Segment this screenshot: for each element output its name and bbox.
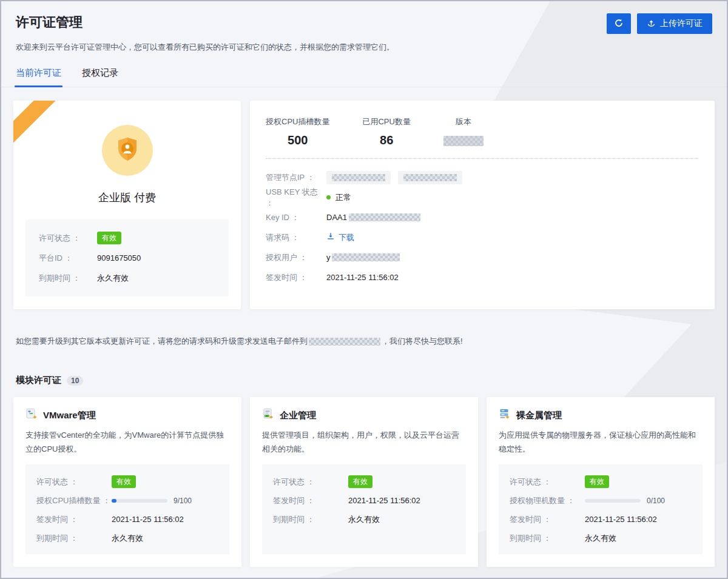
module-status-row: 许可状态 ： 有效 <box>36 472 218 491</box>
upload-license-button[interactable]: 上传许可证 <box>637 13 712 34</box>
divider <box>266 158 698 159</box>
module-expiry-row: 到期时间 ： 永久有效 <box>36 529 218 547</box>
row-label: USB KEY 状态 ： <box>266 187 326 209</box>
row-label: 到期时间 ： <box>510 533 585 544</box>
module-name: 企业管理 <box>280 410 316 421</box>
usb-key-status-row: USB KEY 状态 ： 正常 <box>266 187 698 207</box>
download-icon <box>326 232 335 243</box>
status-badge: 有效 <box>97 232 121 244</box>
module-status-row: 许可状态 ： 有效 <box>510 472 692 491</box>
platform-id-row: 平台ID ： 9091675050 <box>39 248 215 268</box>
quota-progress-fill <box>112 499 116 503</box>
status-dot-icon <box>326 195 331 199</box>
license-edition: 企业版 付费 <box>13 190 241 205</box>
module-issue-time-row: 签发时间 ： 2021-11-25 11:56:02 <box>273 491 455 510</box>
stat-value: 86 <box>362 133 410 147</box>
module-info-box: 许可状态 ： 有效 授权物理机数量 ： 0/100 签发时间 ： 2021-11… <box>499 464 703 554</box>
row-label: 管理节点IP ： <box>266 172 326 183</box>
module-card-baremetal: 裸金属管理 为应用提供专属的物理服务器，保证核心应用的高性能和稳定性。 许可状态… <box>487 397 715 567</box>
vmware-module-icon <box>25 408 38 423</box>
row-label: 请求码 ： <box>266 232 326 243</box>
license-info-box: 许可状态 ： 有效 平台ID ： 9091675050 到期时间 ： 永久有效 <box>25 219 229 296</box>
shield-user-icon <box>113 135 142 166</box>
quota-ratio: 9/100 <box>174 497 192 505</box>
key-id-row: Key ID ： DAA1 <box>266 207 698 227</box>
page-title: 许可证管理 <box>16 13 83 32</box>
module-info-box: 许可状态 ： 有效 签发时间 ： 2021-11-25 11:56:02 到期时… <box>262 464 466 554</box>
status-badge: 有效 <box>112 475 136 488</box>
page-header: 许可证管理 <box>1 1 727 53</box>
stat-used-cpu: 已用CPU数量 86 <box>362 116 410 147</box>
stat-cpu-sockets: 授权CPU插槽数量 500 <box>266 116 329 147</box>
masked-version <box>443 136 484 146</box>
row-label: 到期时间 ： <box>39 273 97 284</box>
module-name: 裸金属管理 <box>516 410 562 421</box>
module-description: 支持接管vCenter的全功能，为VMware的计算节点提供独立的CPU授权。 <box>25 429 229 457</box>
authorized-user-row: 授权用户 ： y <box>266 247 698 267</box>
stat-label: 版本 <box>443 116 484 127</box>
corner-ribbon <box>13 101 86 173</box>
module-card-vmware: VMware管理 支持接管vCenter的全功能，为VMware的计算节点提供独… <box>13 397 241 567</box>
baremetal-module-icon <box>499 408 511 423</box>
module-issue-time-row: 签发时间 ： 2021-11-25 11:56:02 <box>510 510 692 529</box>
platform-id-value: 9091675050 <box>97 253 141 263</box>
row-label: 许可状态 ： <box>510 477 585 487</box>
row-label: 授权用户 ： <box>266 252 326 263</box>
download-link-label: 下载 <box>339 232 354 243</box>
expiry-value: 永久有效 <box>348 514 380 525</box>
license-status-row: 许可状态 ： 有效 <box>39 228 215 248</box>
upgrade-notice: 如您需要升级到其它版本或更新许可证，请将您的请求码和升级需求发送电子邮件到，我们… <box>16 336 712 347</box>
page-subtitle: 欢迎来到云平台许可证管理中心，您可以查看所有已购买的许可证和它们的状态，并根据您… <box>16 42 712 53</box>
tab-bar: 当前许可证 授权记录 <box>1 67 727 87</box>
masked-value <box>332 253 400 261</box>
license-detail-card: 授权CPU插槽数量 500 已用CPU数量 86 版本 管理节点IP <box>250 101 715 309</box>
license-stats: 授权CPU插槽数量 500 已用CPU数量 86 版本 <box>266 116 698 147</box>
row-label: 签发时间 ： <box>510 514 585 525</box>
stat-label: 已用CPU数量 <box>362 116 410 127</box>
quota-ratio: 0/100 <box>647 497 665 505</box>
masked-ip-1 <box>326 171 391 184</box>
upload-icon <box>647 18 656 29</box>
quota-progress-bar <box>585 499 641 503</box>
masked-email <box>309 338 380 346</box>
module-description: 为应用提供专属的物理服务器，保证核心应用的高性能和稳定性。 <box>499 429 703 457</box>
notice-text-after: ，我们将尽快与您联系! <box>382 336 463 346</box>
row-label: 到期时间 ： <box>273 514 348 525</box>
module-status-row: 许可状态 ： 有效 <box>273 472 455 491</box>
expiry-value: 永久有效 <box>97 273 129 284</box>
user-prefix: y <box>326 253 331 262</box>
expiry-value: 永久有效 <box>585 533 616 544</box>
issue-time-value: 2021-11-25 11:56:02 <box>348 496 420 505</box>
row-label: 到期时间 ： <box>36 533 112 544</box>
key-id-prefix: DAA1 <box>326 213 347 222</box>
request-code-row: 请求码 ： 下载 <box>266 227 698 247</box>
refresh-icon <box>614 18 624 30</box>
row-label: 授权物理机数量 ： <box>510 495 585 506</box>
refresh-button[interactable] <box>607 13 631 34</box>
issue-time-value: 2021-11-25 11:56:02 <box>326 273 399 282</box>
row-label: 签发时间 ： <box>36 514 112 525</box>
usb-key-status-value: 正常 <box>335 192 351 203</box>
expiry-row: 到期时间 ： 永久有效 <box>39 268 215 288</box>
module-licenses-header: 模块许可证 10 <box>16 375 712 386</box>
module-info-box: 许可状态 ： 有效 授权CPU插槽数量 ： 9/100 签发时间 ： 2021-… <box>25 464 229 554</box>
status-badge: 有效 <box>585 475 609 488</box>
tab-authorization-records[interactable]: 授权记录 <box>82 67 118 87</box>
header-actions: 上传许可证 <box>607 13 712 34</box>
upload-button-label: 上传许可证 <box>660 18 703 29</box>
tab-current-licenses[interactable]: 当前许可证 <box>16 67 61 87</box>
issue-time-value: 2021-11-25 11:56:02 <box>112 515 184 524</box>
module-issue-time-row: 签发时间 ： 2021-11-25 11:56:02 <box>36 510 218 529</box>
license-management-page: 许可证管理 <box>0 0 728 579</box>
row-label: 签发时间 ： <box>266 272 326 283</box>
module-quota-row: 授权CPU插槽数量 ： 9/100 <box>36 491 218 510</box>
download-request-code-link[interactable]: 下载 <box>326 232 354 243</box>
module-quota-row: 授权物理机数量 ： 0/100 <box>510 491 692 510</box>
row-label: 签发时间 ： <box>273 495 348 506</box>
stat-label: 授权CPU插槽数量 <box>266 116 329 127</box>
module-expiry-row: 到期时间 ： 永久有效 <box>510 529 692 547</box>
module-card-enterprise: 企业管理 提供管理项目，组织架构，用户，权限，以及云平台运营相关的功能。 许可状… <box>250 397 478 567</box>
status-badge: 有效 <box>348 475 372 488</box>
license-badge <box>102 125 153 176</box>
quota-progress-bar <box>112 499 167 503</box>
